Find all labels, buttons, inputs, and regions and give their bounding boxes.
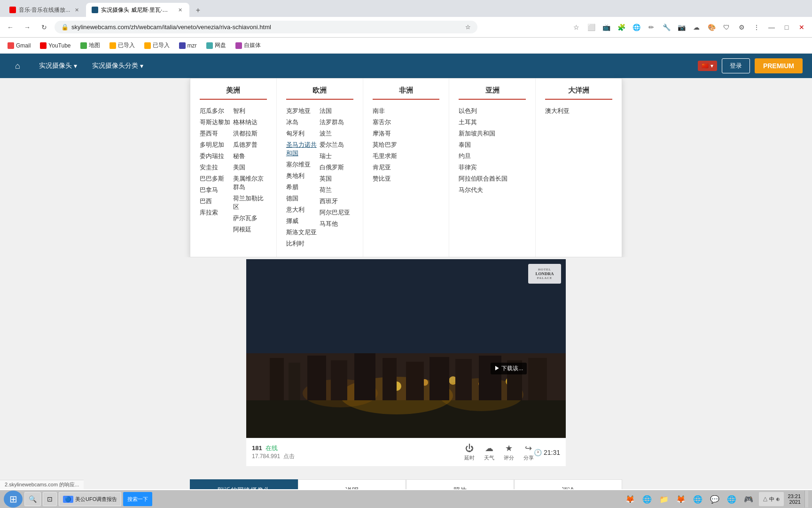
list-item[interactable]: 萨尔瓦多 (233, 213, 266, 224)
list-item[interactable]: 洪都拉斯 (233, 128, 266, 139)
taskbar-icon-wechat[interactable]: 💬 (708, 492, 721, 506)
maximize-button[interactable]: □ (780, 21, 793, 34)
list-item[interactable]: 挪威 (286, 215, 320, 227)
list-item[interactable]: 希腊 (286, 182, 320, 193)
weather-action[interactable]: ☁ 天气 (484, 443, 494, 461)
list-item[interactable]: 哥斯达黎加 (200, 117, 233, 128)
minimize-button[interactable]: — (765, 21, 778, 34)
address-box[interactable]: 🔒 skylinewebcams.com/zh/webcam/italia/ve… (55, 21, 477, 33)
list-item[interactable]: 西班牙 (320, 196, 353, 207)
forward-button[interactable]: → (21, 21, 34, 34)
list-item[interactable]: 马耳他 (320, 218, 353, 230)
close-button[interactable]: ✕ (795, 21, 808, 34)
list-item[interactable]: 巴拿马 (200, 184, 233, 196)
list-item[interactable]: 多明尼加 (200, 139, 233, 151)
list-item[interactable]: 委内瑞拉 (200, 151, 233, 162)
screenshot-icon[interactable]: ⬜ (585, 21, 598, 34)
list-item[interactable]: 法国 (320, 105, 353, 117)
list-item[interactable]: 奥地利 (286, 170, 320, 182)
list-item[interactable]: 新加坡共和国 (459, 128, 526, 139)
list-item[interactable]: 阿拉伯联合酋长国 (459, 173, 526, 184)
translate-icon[interactable]: 🌐 (630, 21, 643, 34)
list-item[interactable]: 圣马力诺共和国 (286, 139, 320, 159)
taskbar-item-ufo[interactable]: 🔵 美公UFO调查报告 (59, 492, 121, 506)
taskbar-icon-firefox2[interactable]: 🦊 (674, 492, 687, 506)
back-button[interactable]: ← (4, 21, 17, 34)
bookmark-icon[interactable]: ☆ (570, 21, 583, 34)
cast-icon[interactable]: 📺 (600, 21, 613, 34)
list-item[interactable]: 厄瓜多尔 (200, 105, 233, 117)
list-item[interactable]: 南非 (373, 105, 440, 117)
taskbar-icon-chrome[interactable]: 🌐 (725, 492, 738, 506)
list-item[interactable]: 毛里求斯 (373, 151, 440, 162)
list-item[interactable]: 匈牙利 (286, 128, 320, 139)
bookmark-mzr[interactable]: mzr (177, 41, 199, 50)
taskbar-item-search[interactable]: 搜索一下 (123, 492, 152, 506)
delay-action[interactable]: ⏻ 延时 (464, 444, 475, 461)
star-icon[interactable]: ☆ (465, 24, 471, 31)
list-item[interactable]: 安圭拉 (200, 162, 233, 173)
taskbar-icon-folder[interactable]: 📁 (657, 492, 671, 506)
live-cameras-nav[interactable]: 实况摄像头 ▾ (31, 54, 85, 78)
list-item[interactable]: 土耳其 (459, 117, 526, 128)
new-tab-button[interactable]: + (191, 4, 204, 17)
list-item[interactable]: 智利 (233, 105, 266, 117)
pen-icon[interactable]: ✏ (645, 21, 658, 34)
list-item[interactable]: 白俄罗斯 (320, 162, 353, 173)
bookmark-gmail[interactable]: Gmail (6, 41, 32, 50)
list-item[interactable]: 赞比亚 (373, 173, 440, 184)
tab-close-music[interactable]: ✕ (73, 6, 80, 14)
list-item[interactable]: 格林纳达 (233, 117, 266, 128)
list-item[interactable]: 摩洛哥 (373, 128, 440, 139)
color-icon[interactable]: 🎨 (705, 21, 718, 34)
cloud-icon[interactable]: ☁ (690, 21, 703, 34)
taskbar-icon-edge[interactable]: 🌐 (691, 492, 704, 506)
show-desktop-button[interactable] (804, 491, 808, 508)
rating-action[interactable]: ★ 评分 (504, 443, 514, 461)
list-item[interactable]: 肯尼亚 (373, 162, 440, 173)
list-item[interactable]: 菲律宾 (459, 162, 526, 173)
list-item[interactable]: 阿根廷 (233, 224, 266, 235)
tools-icon[interactable]: 🔧 (660, 21, 673, 34)
list-item[interactable]: 瑞士 (320, 151, 353, 162)
list-item[interactable]: 巴巴多斯 (200, 173, 233, 184)
taskbar-icon-game[interactable]: 🎮 (742, 492, 755, 506)
list-item[interactable]: 阿尔巴尼亚 (320, 207, 353, 218)
list-item[interactable]: 冰岛 (286, 117, 320, 128)
flag-button[interactable]: 🇨🇳 ▾ (698, 61, 717, 71)
list-item[interactable]: 塞尔维亚 (286, 159, 320, 170)
taskbar-notification[interactable]: △ 中 ⊕ (759, 492, 784, 506)
list-item[interactable]: 澳大利亚 (545, 105, 612, 117)
list-item[interactable]: 库拉索 (200, 207, 233, 218)
bookmark-imported2[interactable]: 已导入 (142, 40, 172, 50)
tab-music[interactable]: 音乐·音乐在线播放... ✕ (4, 3, 86, 17)
list-item[interactable]: 克罗地亚 (286, 105, 320, 117)
list-item[interactable]: 比利时 (286, 238, 320, 249)
tab-webcam[interactable]: 实况摄像头 威尼斯·里瓦·德利·斯... ✕ (86, 3, 189, 17)
list-item[interactable]: 荷兰加勒比区 (233, 193, 266, 213)
list-item[interactable]: 墨西哥 (200, 128, 233, 139)
list-item[interactable]: 约旦 (459, 151, 526, 162)
live-categories-nav[interactable]: 实况摄像头分类 ▾ (85, 54, 151, 78)
bookmark-maps[interactable]: 地图 (78, 40, 102, 50)
list-item[interactable]: 斯洛文尼亚 (286, 227, 320, 238)
list-item[interactable]: 英国 (320, 173, 353, 184)
list-item[interactable]: 以色列 (459, 105, 526, 117)
tab-close-webcam[interactable]: ✕ (176, 6, 184, 14)
list-item[interactable]: 巴西 (200, 196, 233, 207)
list-item[interactable]: 法罗群岛 (320, 117, 353, 128)
share-action[interactable]: ↪ 分享 (523, 443, 534, 461)
taskbar-item-cortana[interactable]: 🔍 (24, 492, 41, 506)
list-item[interactable]: 秘鲁 (233, 151, 266, 162)
list-item[interactable]: 塞舌尔 (373, 117, 440, 128)
home-button[interactable]: ⌂ (9, 57, 26, 75)
shield-icon[interactable]: 🛡 (720, 21, 733, 34)
list-item[interactable]: 莫给巴罗 (373, 139, 440, 151)
extensions-icon[interactable]: 🧩 (615, 21, 628, 34)
list-item[interactable]: 波兰 (320, 128, 353, 139)
list-item[interactable]: 泰国 (459, 139, 526, 151)
list-item[interactable]: 德国 (286, 193, 320, 204)
list-item[interactable]: 瓜德罗普 (233, 139, 266, 151)
list-item[interactable]: 美属维尔京群岛 (233, 173, 266, 193)
settings-icon[interactable]: ⚙ (735, 21, 748, 34)
